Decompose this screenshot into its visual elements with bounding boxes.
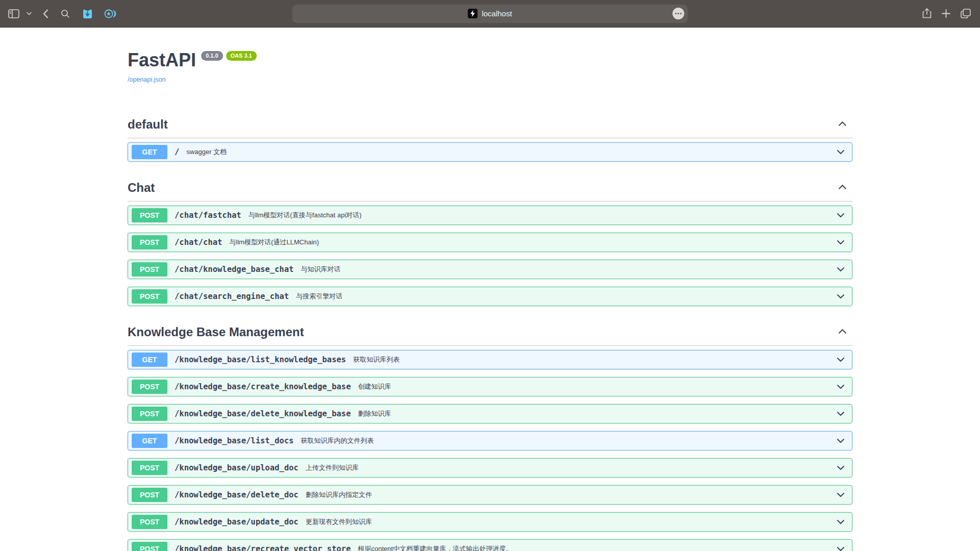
expand-operation-icon[interactable]	[836, 291, 846, 302]
sidebar-toggle-icon[interactable]	[8, 9, 19, 18]
endpoint-row[interactable]: POST/chat/search_engine_chat与搜索引擎对话	[128, 287, 852, 306]
endpoint-summary: 更新现有文件到知识库	[306, 517, 372, 527]
endpoint-row[interactable]: POST/chat/fastchat与llm模型对话(直接与fastchat a…	[128, 206, 852, 225]
tag-section-chat: ChatPOST/chat/fastchat与llm模型对话(直接与fastch…	[128, 176, 852, 306]
operation-list: GET/knowledge_base/list_knowledge_bases获…	[128, 346, 852, 551]
browser-toolbar: localhost	[0, 0, 980, 28]
expand-operation-icon[interactable]	[836, 382, 846, 392]
endpoint-path: /knowledge_base/create_knowledge_base	[175, 382, 351, 391]
method-badge-post: POST	[132, 380, 167, 394]
endpoint-summary: 获取知识库内的文件列表	[301, 436, 374, 445]
endpoint-summary: 创建知识库	[358, 382, 391, 391]
api-title-text: FastAPI	[128, 50, 196, 70]
share-icon[interactable]	[922, 8, 932, 19]
more-icon[interactable]	[673, 8, 684, 19]
endpoint-row[interactable]: POST/knowledge_base/recreate_vector_stor…	[128, 539, 852, 551]
endpoint-summary: 与llm模型对话(直接与fastchat api对话)	[249, 211, 362, 220]
expand-operation-icon[interactable]	[836, 210, 846, 220]
endpoint-summary: 上传文件到知识库	[306, 463, 359, 472]
endpoint-path: /knowledge_base/recreate_vector_store	[175, 544, 351, 551]
extension-cat-icon[interactable]	[82, 8, 93, 19]
method-badge-post: POST	[132, 208, 167, 222]
section-title: Knowledge Base Management	[128, 325, 304, 339]
collapse-section-icon[interactable]	[837, 326, 848, 339]
endpoint-summary: 删除知识库	[358, 409, 391, 418]
endpoint-summary: 与llm模型对话(通过LLMChain)	[229, 238, 319, 247]
chevron-down-icon[interactable]	[27, 12, 32, 15]
endpoint-path: /knowledge_base/list_docs	[175, 436, 293, 445]
api-sections: defaultGET/swagger 文档ChatPOST/chat/fastc…	[128, 112, 852, 551]
section-header[interactable]: Chat	[128, 176, 852, 202]
endpoint-row[interactable]: GET/swagger 文档	[128, 142, 852, 162]
endpoint-row[interactable]: POST/chat/knowledge_base_chat与知识库对话	[128, 260, 852, 279]
expand-operation-icon[interactable]	[836, 490, 846, 500]
site-favicon-lightning	[468, 9, 478, 18]
expand-operation-icon[interactable]	[836, 237, 846, 247]
endpoint-row[interactable]: GET/knowledge_base/list_docs获取知识库内的文件列表	[128, 431, 852, 450]
endpoint-summary: 与搜索引擎对话	[296, 292, 342, 301]
endpoint-summary: 与知识库对话	[301, 265, 340, 274]
endpoint-path: /knowledge_base/list_knowledge_bases	[175, 355, 346, 364]
endpoint-path: /chat/search_engine_chat	[175, 292, 289, 301]
expand-operation-icon[interactable]	[836, 436, 846, 446]
endpoint-path: /chat/chat	[175, 238, 222, 247]
endpoint-row[interactable]: POST/knowledge_base/upload_doc上传文件到知识库	[128, 458, 852, 478]
extension-circles-icon[interactable]	[104, 9, 116, 19]
method-badge-get: GET	[132, 434, 167, 448]
operation-list: POST/chat/fastchat与llm模型对话(直接与fastchat a…	[128, 202, 852, 306]
expand-operation-icon[interactable]	[836, 517, 846, 527]
api-info: FastAPI 0.1.0 OAS 3.1 /openapi.json	[128, 50, 852, 84]
endpoint-path: /knowledge_base/update_doc	[175, 517, 299, 527]
oas-badge: OAS 3.1	[226, 51, 257, 61]
endpoint-path: /knowledge_base/delete_doc	[175, 490, 299, 499]
endpoint-path: /	[175, 147, 179, 157]
address-bar[interactable]: localhost	[292, 5, 688, 23]
collapse-section-icon[interactable]	[837, 182, 848, 194]
endpoint-summary: 根据content中文档重建向量库，流式输出处理进度。	[358, 544, 512, 551]
endpoint-row[interactable]: POST/knowledge_base/update_doc更新现有文件到知识库	[128, 512, 852, 532]
expand-operation-icon[interactable]	[836, 355, 846, 365]
method-badge-post: POST	[132, 488, 167, 502]
new-tab-icon[interactable]	[942, 9, 950, 18]
expand-operation-icon[interactable]	[836, 463, 846, 473]
expand-operation-icon[interactable]	[836, 147, 846, 157]
operation-list: GET/swagger 文档	[128, 138, 852, 162]
endpoint-path: /knowledge_base/upload_doc	[175, 463, 299, 472]
section-header[interactable]: default	[128, 112, 852, 138]
expand-operation-icon[interactable]	[836, 544, 846, 551]
method-badge-post: POST	[132, 542, 167, 551]
method-badge-post: POST	[132, 515, 167, 529]
method-badge-post: POST	[132, 289, 167, 304]
back-icon[interactable]	[43, 9, 48, 18]
method-badge-get: GET	[132, 353, 167, 367]
endpoint-summary: 获取知识库列表	[353, 355, 400, 364]
section-title: default	[128, 117, 168, 132]
swagger-page: FastAPI 0.1.0 OAS 3.1 /openapi.json defa…	[0, 50, 980, 551]
endpoint-row[interactable]: POST/chat/chat与llm模型对话(通过LLMChain)	[128, 233, 852, 252]
search-icon[interactable]	[61, 9, 70, 18]
tag-section-knowledge-base-management: Knowledge Base ManagementGET/knowledge_b…	[128, 320, 852, 551]
tag-section-default: defaultGET/swagger 文档	[128, 112, 852, 162]
endpoint-path: /knowledge_base/delete_knowledge_base	[175, 409, 351, 418]
endpoint-summary: swagger 文档	[186, 147, 227, 157]
expand-operation-icon[interactable]	[836, 409, 846, 419]
method-badge-get: GET	[132, 145, 167, 159]
expand-operation-icon[interactable]	[836, 264, 846, 274]
openapi-spec-link[interactable]: /openapi.json	[128, 76, 165, 83]
endpoint-row[interactable]: GET/knowledge_base/list_knowledge_bases获…	[128, 350, 852, 369]
method-badge-post: POST	[132, 407, 167, 421]
section-header[interactable]: Knowledge Base Management	[128, 320, 852, 346]
endpoint-path: /chat/fastchat	[175, 211, 241, 220]
endpoint-row[interactable]: POST/knowledge_base/create_knowledge_bas…	[128, 377, 852, 396]
method-badge-post: POST	[132, 461, 167, 475]
endpoint-row[interactable]: POST/knowledge_base/delete_knowledge_bas…	[128, 404, 852, 423]
section-title: Chat	[128, 181, 155, 195]
version-badge: 0.1.0	[201, 51, 223, 61]
method-badge-post: POST	[132, 235, 167, 249]
url-text: localhost	[482, 9, 512, 18]
endpoint-path: /chat/knowledge_base_chat	[175, 265, 293, 274]
collapse-section-icon[interactable]	[837, 118, 848, 131]
page-title: FastAPI 0.1.0 OAS 3.1	[128, 50, 852, 70]
endpoint-row[interactable]: POST/knowledge_base/delete_doc删除知识库内指定文件	[128, 485, 852, 505]
tab-overview-icon[interactable]	[961, 9, 971, 18]
